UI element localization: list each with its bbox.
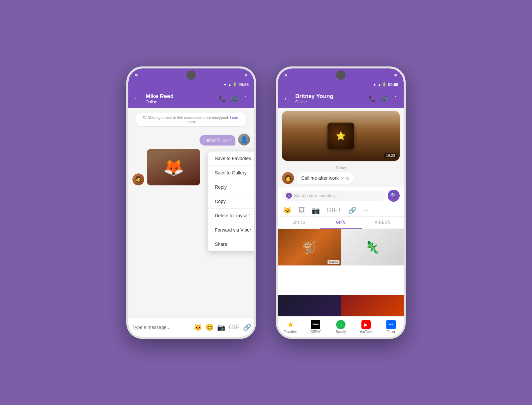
phone-2: ▼ ▲ 🔋 09:59 ← Britney Young Online 📞 📹 ⋮	[276, 66, 406, 339]
encryption-notice: 🛡 Messages sent in this conversation are…	[136, 113, 247, 126]
phone-1: ▼ ▲ 🔋 09:56 ← Mike Reed Online 📞 📹 ⋮ 🛡	[126, 66, 256, 339]
tab-videos[interactable]: VIDEOS	[362, 217, 404, 229]
avatar-emoji: 👩	[284, 174, 292, 182]
gif-add-icon[interactable]: GIF+	[327, 206, 341, 214]
menu-item-save-gallery[interactable]: Save to Gallery	[208, 166, 254, 180]
gif-red-cell[interactable]	[341, 295, 404, 316]
menu-item-copy[interactable]: Copy	[208, 194, 254, 209]
search-button[interactable]: 🔍	[388, 190, 400, 202]
status-time-2: 09:59	[388, 82, 398, 87]
encryption-text: 🛡 Messages sent in this conversation are…	[143, 116, 230, 120]
bottom-btn-giphy[interactable]: GIPHY GIPHY	[303, 319, 329, 335]
header-icons-1: 📞 📹 ⋮	[219, 95, 249, 102]
bottom-btn-tenor[interactable]: GIF Tenor	[378, 319, 404, 335]
giphy-label: GIPHY	[311, 330, 321, 334]
favorites-star-icon: ★	[287, 320, 294, 329]
link-icon-1[interactable]: 🔗	[243, 323, 251, 331]
camera-dot-left-2	[285, 74, 287, 76]
status-bar-1: ▼ ▲ 🔋 09:56	[128, 80, 254, 89]
avatar-self-1: 👤	[238, 134, 250, 146]
status-time-1: 09:56	[238, 82, 249, 87]
sticker-icon-row: 🐱 🖼 📷 GIF+ 🔗 ···	[278, 204, 404, 217]
gif-cell-lizard[interactable]: 🦎	[341, 229, 404, 295]
gif-dark-cell[interactable]	[278, 295, 341, 316]
spotify-label: Spotify	[336, 330, 346, 334]
gif-cell-monkey[interactable]: 🐒 MakeA	[278, 229, 341, 295]
bottom-bar-2: ★ Favorites GIPHY GIPHY ♪ Spotify ▶ YouT…	[278, 316, 404, 337]
call-icon-1[interactable]: 📞	[219, 95, 226, 102]
tabs-row: LINKS GIFS VIDEOS	[278, 217, 404, 229]
chat-header-2: ← Britney Young Online 📞 📹 ⋮	[278, 89, 404, 108]
bottom-btn-spotify[interactable]: ♪ Spotify	[328, 319, 353, 335]
signal-icon: ▲	[228, 83, 231, 87]
youtube-label: YouTube	[359, 330, 372, 334]
sticker-icon-1[interactable]: 🐱	[194, 323, 202, 331]
wifi-icon-2: ▼	[373, 83, 377, 87]
back-button-1[interactable]: ←	[134, 94, 141, 103]
gif-monkey-image: 🐒 MakeA	[278, 229, 341, 265]
today-divider: Today	[278, 163, 404, 172]
message-input-1[interactable]	[132, 325, 191, 330]
tenor-icon: GIF	[386, 320, 396, 329]
favorites-label: Favorites	[284, 330, 297, 334]
status-icons-2: ▼ ▲ 🔋	[373, 82, 387, 87]
contact-name-1: Mike Reed	[146, 93, 215, 100]
cake-visual: ⭐	[328, 123, 354, 149]
signal-icon-2: ▲	[377, 83, 381, 87]
image-time-badge: 19:23	[384, 153, 397, 158]
link-icon-2[interactable]: 🔗	[348, 206, 356, 214]
image-bubble[interactable]: 🦊	[147, 149, 200, 185]
gif-icon-1[interactable]: GIF	[229, 323, 240, 331]
tab-gifs[interactable]: GIFS	[320, 217, 362, 229]
camera-icon-2[interactable]: 📷	[312, 206, 320, 214]
more-icon-1[interactable]: ⋮	[243, 95, 249, 102]
star-icon: ⭐	[336, 131, 346, 141]
camera-icon-1[interactable]: 📷	[217, 323, 225, 331]
message-row-sent-1: Hello??! 09:55 👤	[132, 134, 250, 146]
camera-dot-right-2	[394, 74, 397, 76]
face-icon[interactable]: 🐱	[283, 206, 292, 214]
received-message-row: 👩 Call me after work 09:20	[278, 172, 404, 184]
more-icon-sticker[interactable]: ···	[363, 206, 369, 214]
youtube-icon: ▶	[361, 320, 371, 329]
gif-row-2	[278, 295, 404, 316]
gif-lizard-image: 🦎	[341, 229, 404, 265]
status-icons: ▼ ▲ 🔋	[223, 82, 237, 87]
gif-badge: MakeA	[328, 260, 339, 264]
image-icon[interactable]: 🖼	[298, 206, 305, 214]
more-icon-2[interactable]: ⋮	[392, 95, 398, 102]
message-bubble-sent-1: Hello??! 09:55	[200, 135, 235, 146]
lizard-emoji: 🦎	[365, 240, 380, 254]
message-bubble-2: Call me after work 09:20	[297, 172, 354, 184]
input-bar-1: 🐱 😊 📷 GIF 🔗 ··· ▷	[128, 317, 254, 337]
call-icon-2[interactable]: 📞	[368, 95, 376, 102]
avatar-mike-1: 🧔	[132, 173, 144, 185]
bubble-content-1: Hello??! 09:55	[203, 138, 231, 143]
back-button-2[interactable]: ←	[283, 94, 291, 103]
menu-item-delete[interactable]: Delete for myself	[208, 209, 254, 223]
video-icon-2[interactable]: 📹	[380, 95, 388, 102]
giphy-icon: GIPHY	[311, 320, 320, 329]
search-cancel-button[interactable]: ✕	[286, 193, 292, 199]
menu-item-save-favorites[interactable]: Save to Favorites	[208, 152, 254, 166]
menu-item-share[interactable]: Share	[208, 237, 254, 251]
video-icon-1[interactable]: 📹	[231, 95, 238, 102]
speaker	[187, 70, 196, 80]
context-menu: Save to Favorites Save to Gallery Reply …	[208, 152, 254, 251]
menu-item-reply[interactable]: Reply	[208, 180, 254, 194]
bottom-btn-favorites[interactable]: ★ Favorites	[278, 319, 303, 335]
menu-item-forward[interactable]: Forward via Viber	[208, 223, 254, 237]
status-bar-2: ▼ ▲ 🔋 09:59	[278, 80, 404, 89]
camera-dot-left	[135, 74, 138, 76]
tab-links[interactable]: LINKS	[278, 217, 320, 229]
message-text-1: Hello??!	[203, 138, 220, 143]
header-info-2: Britney Young Online	[295, 93, 365, 104]
sticker-panel: ✕ Search your favorites... 🔍 🐱 🖼 📷 GIF+ …	[278, 187, 404, 316]
bottom-btn-youtube[interactable]: ▶ YouTube	[353, 319, 379, 335]
avatar-britney: 👩	[282, 172, 294, 184]
emoji-icon-1[interactable]: 😊	[205, 323, 214, 331]
contact-status-2: Online	[295, 100, 365, 104]
animal-image: 🦊	[147, 149, 200, 185]
food-image-container: ⭐ 19:23	[282, 111, 400, 161]
tenor-label: Tenor	[387, 330, 395, 334]
